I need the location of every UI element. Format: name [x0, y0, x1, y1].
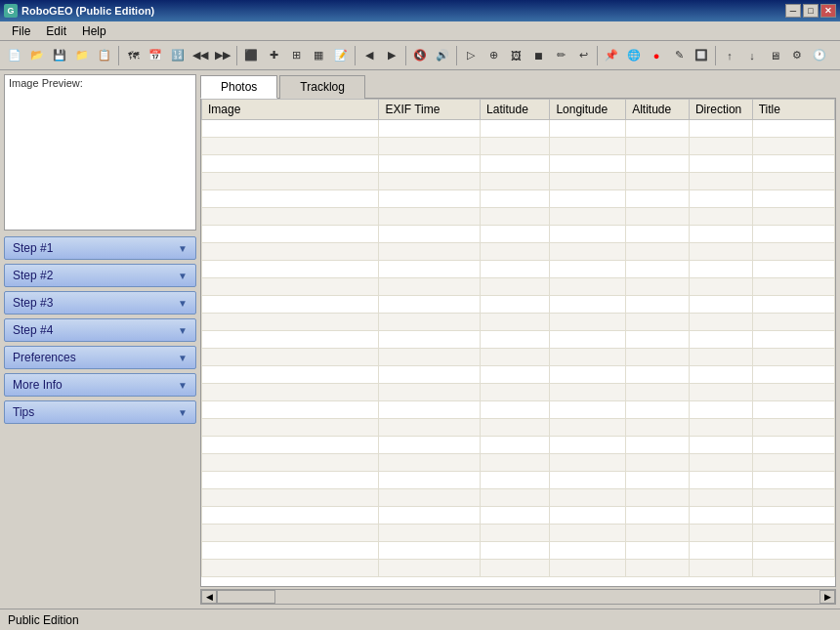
- table-header-row: Image EXIF Time Latitude Longitude Altit…: [202, 100, 835, 120]
- scroll-left-arrow[interactable]: ◀: [201, 590, 217, 604]
- col-image: Image: [202, 100, 379, 120]
- tab-tracklog[interactable]: Tracklog: [279, 75, 365, 99]
- tb-run[interactable]: ▷: [460, 45, 482, 66]
- table-row: [202, 261, 835, 278]
- tb-vol[interactable]: 🔊: [432, 45, 453, 66]
- app-title: RoboGEO (Public Edition): [21, 5, 154, 17]
- tb-pin[interactable]: 📌: [601, 45, 622, 66]
- tb-grid[interactable]: ⊞: [285, 45, 307, 66]
- close-button[interactable]: ✕: [820, 4, 836, 18]
- step3-button[interactable]: Step #3 ▼: [4, 291, 196, 315]
- tb-undo[interactable]: ↩: [572, 45, 594, 66]
- tb-folder[interactable]: 📁: [71, 45, 93, 66]
- table-row: [202, 120, 835, 138]
- table-row: [202, 243, 835, 261]
- tb-arr2[interactable]: ▶▶: [212, 45, 233, 66]
- tb-box[interactable]: 🔲: [691, 45, 712, 66]
- more-info-label: More Info: [13, 378, 63, 392]
- tb-target[interactable]: ⊕: [483, 45, 504, 66]
- tb-add[interactable]: ✚: [263, 45, 284, 66]
- table-row: [202, 401, 835, 419]
- table-row: [202, 173, 835, 190]
- status-bar: Public Edition: [0, 609, 840, 630]
- col-title: Title: [752, 100, 834, 120]
- photos-table: Image EXIF Time Latitude Longitude Altit…: [201, 99, 835, 577]
- minimize-button[interactable]: ─: [785, 4, 801, 18]
- sep5: [456, 46, 457, 65]
- table-row: [202, 331, 835, 349]
- tb-gear[interactable]: ⚙: [786, 45, 808, 66]
- tb-mute[interactable]: 🔇: [409, 45, 431, 66]
- table-row: [202, 525, 835, 542]
- tab-tracklog-label: Tracklog: [300, 80, 345, 94]
- tb-stop[interactable]: ⬛: [240, 45, 262, 66]
- tb-map[interactable]: 🗺: [122, 45, 144, 66]
- sep2: [236, 46, 237, 65]
- title-bar: G RoboGEO (Public Edition) ─ □ ✕: [0, 0, 840, 21]
- tb-pencil[interactable]: ✏: [550, 45, 571, 66]
- tb-save[interactable]: 💾: [49, 45, 70, 66]
- step2-button[interactable]: Step #2 ▼: [4, 264, 196, 287]
- tb-image[interactable]: 🖼: [505, 45, 526, 66]
- tb-screen[interactable]: 🖥: [764, 45, 785, 66]
- tb-up[interactable]: ↑: [719, 45, 740, 66]
- step2-chevron: ▼: [178, 271, 188, 281]
- tips-label: Tips: [13, 405, 34, 419]
- table-row: [202, 208, 835, 226]
- tb-globe[interactable]: 🌐: [623, 45, 645, 66]
- tb-down[interactable]: ↓: [741, 45, 763, 66]
- table-row: [202, 296, 835, 314]
- tb-cal[interactable]: 📅: [145, 45, 166, 66]
- table-row: [202, 190, 835, 208]
- tb-arr1[interactable]: ◀◀: [189, 45, 211, 66]
- tb-open[interactable]: 📂: [26, 45, 48, 66]
- image-preview-label: Image Preview:: [5, 75, 195, 91]
- table-row: [202, 454, 835, 472]
- tips-button[interactable]: Tips ▼: [4, 400, 196, 424]
- image-preview-area: [5, 91, 195, 230]
- col-direction: Direction: [689, 100, 752, 120]
- more-info-button[interactable]: More Info ▼: [4, 373, 196, 397]
- step1-button[interactable]: Step #1 ▼: [4, 236, 196, 260]
- tb-dot[interactable]: ●: [646, 45, 667, 66]
- table-row: [202, 437, 835, 454]
- col-latitude: Latitude: [481, 100, 550, 120]
- tb-clip[interactable]: 📋: [94, 45, 115, 66]
- tab-photos-label: Photos: [221, 80, 257, 94]
- tb-num[interactable]: 🔢: [167, 45, 189, 66]
- image-preview-box: Image Preview:: [4, 74, 196, 231]
- tb-new[interactable]: 📄: [4, 45, 25, 66]
- main-area: Image Preview: Step #1 ▼ Step #2 ▼ Step …: [0, 70, 840, 609]
- table-row: [202, 349, 835, 366]
- tb-play[interactable]: ▶: [381, 45, 402, 66]
- tb-clock[interactable]: 🕐: [809, 45, 830, 66]
- tb-write[interactable]: ✎: [668, 45, 690, 66]
- tab-photos[interactable]: Photos: [200, 75, 277, 99]
- menu-file[interactable]: File: [4, 22, 38, 40]
- step1-chevron: ▼: [178, 243, 188, 254]
- menu-edit[interactable]: Edit: [38, 22, 74, 40]
- tb-sq[interactable]: ⏹: [527, 45, 549, 66]
- table-row: [202, 489, 835, 507]
- tb-table[interactable]: ▦: [308, 45, 329, 66]
- sep3: [355, 46, 356, 65]
- step3-label: Step #3: [13, 296, 53, 310]
- step4-chevron: ▼: [178, 325, 188, 336]
- scroll-right-arrow[interactable]: ▶: [819, 590, 835, 604]
- table-body: [202, 120, 835, 577]
- maximize-button[interactable]: □: [803, 4, 819, 18]
- step3-chevron: ▼: [178, 298, 188, 309]
- col-altitude: Altitude: [626, 100, 690, 120]
- photos-table-container[interactable]: Image EXIF Time Latitude Longitude Altit…: [200, 98, 836, 587]
- preferences-button[interactable]: Preferences ▼: [4, 346, 196, 369]
- horizontal-scrollbar[interactable]: ◀ ▶: [200, 589, 836, 605]
- menu-help[interactable]: Help: [74, 22, 114, 40]
- step1-label: Step #1: [13, 241, 53, 255]
- title-bar-controls: ─ □ ✕: [785, 4, 836, 18]
- tb-back[interactable]: ◀: [358, 45, 380, 66]
- tb-edit[interactable]: 📝: [330, 45, 352, 66]
- sep6: [597, 46, 598, 65]
- col-exif-time: EXIF Time: [379, 100, 481, 120]
- left-panel: Image Preview: Step #1 ▼ Step #2 ▼ Step …: [0, 70, 200, 609]
- step4-button[interactable]: Step #4 ▼: [4, 318, 196, 342]
